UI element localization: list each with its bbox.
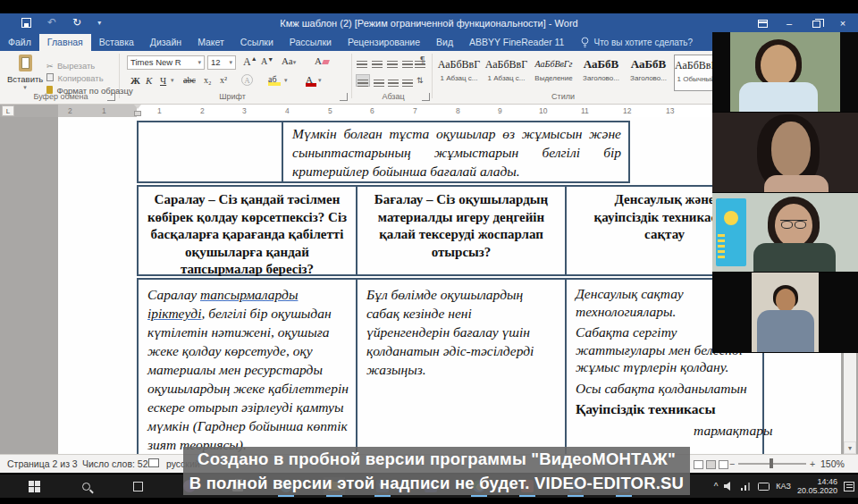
zoom-level[interactable]: 150% — [820, 458, 845, 469]
justify-button[interactable] — [400, 74, 415, 87]
style-card[interactable]: АаБбВвГг Выделение — [532, 55, 576, 91]
video-participant-4[interactable] — [712, 273, 858, 353]
font-dialog-launcher-icon[interactable] — [340, 93, 348, 101]
shrink-font-button[interactable]: А▼ — [261, 56, 273, 66]
multilevel-list-button[interactable] — [387, 57, 398, 73]
video-participant-1[interactable] — [712, 32, 858, 113]
tab-view[interactable]: Вид — [428, 34, 461, 51]
multilevel-list-icon — [387, 61, 398, 70]
clear-formatting-button[interactable]: А — [315, 55, 329, 66]
font-color-button[interactable]: А — [306, 74, 316, 87]
table-body-differentiation[interactable]: Саралау тапсырмаларды іріктеуді, белгілі… — [137, 278, 358, 454]
underline-button[interactable]: Ч — [160, 75, 166, 86]
read-mode-icon[interactable] — [694, 460, 703, 469]
table-body-assessment[interactable]: Бұл бөлімде оқушылардың сабақ кезінде не… — [356, 278, 567, 454]
justify-icon — [402, 80, 413, 88]
table-header-differentiation[interactable]: Саралау – Сіз қандай тәсілмен көбірек қо… — [137, 185, 358, 276]
change-case-button[interactable]: Аа▾ — [282, 55, 296, 66]
undo-icon[interactable]: ↶ — [47, 17, 56, 28]
font-family-combobox[interactable]: Times New R▾ — [127, 55, 205, 70]
device-icon[interactable] — [758, 483, 770, 491]
qat-customize-icon[interactable]: ▾ — [97, 19, 101, 27]
text-effects-icon[interactable]: А — [241, 74, 253, 86]
system-tray: ^ КАЗ 14:46 20.05.2020 — [714, 475, 858, 498]
watermark-line-2: В полной версии этой надписи не будет. V… — [183, 471, 690, 495]
tray-chevron-icon[interactable]: ^ — [714, 482, 719, 491]
clipboard-dialog-launcher-icon[interactable] — [107, 93, 115, 101]
underline-dropdown-icon[interactable]: ▾ — [171, 77, 174, 84]
subscript-button[interactable]: х₂ — [204, 75, 212, 85]
decrease-indent-button[interactable] — [402, 57, 413, 73]
proofing-icon[interactable] — [148, 458, 159, 467]
save-icon[interactable] — [21, 18, 31, 28]
zoom-out-button[interactable]: − — [729, 458, 735, 469]
video-participant-3[interactable] — [712, 193, 858, 273]
paragraph-dialog-launcher-icon[interactable] — [422, 93, 430, 101]
task-view-button[interactable] — [127, 477, 148, 495]
style-card-selected[interactable]: АаБбВвГ 1 Обычный — [674, 55, 718, 91]
restore-icon[interactable] — [803, 13, 829, 34]
minimize-icon[interactable]: – — [776, 13, 803, 34]
letterbox-bottom — [0, 498, 858, 504]
network-icon[interactable] — [741, 482, 752, 491]
numbering-button[interactable] — [372, 57, 383, 73]
close-icon[interactable]: × — [829, 13, 856, 34]
search-button[interactable] — [75, 477, 97, 495]
zoom-slider-thumb[interactable] — [770, 458, 773, 468]
line-spacing-button[interactable]: ⇅ — [416, 76, 424, 85]
grow-font-button[interactable]: А▲ — [243, 55, 257, 69]
tab-selector-icon[interactable]: L — [2, 105, 14, 116]
table-cell-empty[interactable] — [137, 121, 283, 183]
table-cell-assessment-note[interactable]: Мүмкін болған тұста оқушылар өз жұмысын … — [282, 121, 630, 183]
table-header-assessment[interactable]: Бағалау – Сіз оқушылардың материалды иге… — [356, 185, 567, 276]
left-indent-marker[interactable] — [134, 111, 141, 116]
font-size-combobox[interactable]: 12▾ — [207, 55, 236, 70]
paste-dropdown-icon[interactable]: ▾ — [7, 84, 43, 91]
style-card[interactable]: АаБбВ Заголово... — [579, 55, 623, 91]
decrease-indent-icon — [402, 61, 413, 70]
tab-insert[interactable]: Вставка — [91, 34, 142, 51]
volume-icon[interactable] — [724, 482, 735, 491]
tab-review[interactable]: Рецензирование — [340, 34, 428, 51]
tab-abbyy[interactable]: ABBYY FineReader 11 — [461, 34, 572, 51]
style-card[interactable]: АаБбВ Заголово... — [627, 55, 670, 91]
tab-layout[interactable]: Макет — [189, 34, 232, 51]
italic-button[interactable]: К — [146, 75, 152, 86]
tab-home[interactable]: Главная — [39, 34, 91, 51]
bold-button[interactable]: Ж — [130, 75, 140, 86]
highlight-dropdown-icon[interactable]: ▾ — [284, 77, 288, 84]
align-left-button[interactable] — [356, 74, 370, 87]
style-card[interactable]: АаБбВвГ 1 Абзац с... — [484, 55, 528, 91]
action-center-icon[interactable] — [844, 482, 854, 491]
tab-design[interactable]: Дизайн — [142, 34, 189, 51]
clock[interactable]: 14:46 20.05.2020 — [797, 477, 837, 495]
highlight-button[interactable]: аб — [268, 74, 281, 86]
align-right-button[interactable] — [386, 74, 400, 87]
strikethrough-button[interactable]: abc — [183, 75, 196, 85]
web-layout-icon[interactable] — [719, 460, 728, 469]
language-button[interactable]: КАЗ — [776, 482, 791, 491]
tab-file[interactable]: Файл — [0, 34, 39, 51]
tell-me-box[interactable]: Что вы хотите сделать? — [581, 34, 693, 51]
font-group-label: Шрифт — [206, 92, 259, 101]
print-layout-icon[interactable] — [706, 460, 716, 469]
tab-references[interactable]: Ссылки — [232, 34, 282, 51]
align-center-button[interactable] — [372, 74, 386, 87]
redo-icon[interactable]: ↻ — [72, 17, 81, 28]
font-color-dropdown-icon[interactable]: ▾ — [318, 77, 322, 84]
bullets-button[interactable] — [357, 57, 367, 73]
superscript-button[interactable]: х² — [220, 75, 227, 85]
align-center-icon — [374, 80, 384, 88]
zoom-in-button[interactable]: + — [810, 458, 815, 469]
first-line-indent-marker[interactable] — [134, 105, 141, 109]
page-indicator[interactable]: Страница 2 из 3 — [7, 458, 78, 469]
start-button[interactable] — [23, 477, 45, 495]
ribbon-display-options-icon[interactable] — [749, 13, 776, 34]
word-count[interactable]: Число слов: 520 — [82, 458, 153, 469]
video-participant-2[interactable] — [712, 113, 858, 193]
style-card[interactable]: АаБбВвГ 1 Абзац с... — [437, 55, 481, 91]
paste-button[interactable]: Вставить ▾ — [7, 55, 43, 91]
tab-mailings[interactable]: Рассылки — [282, 34, 340, 51]
pilcrow-button[interactable]: ¶ — [420, 55, 425, 65]
scroll-down-icon[interactable]: ▾ — [844, 441, 856, 454]
